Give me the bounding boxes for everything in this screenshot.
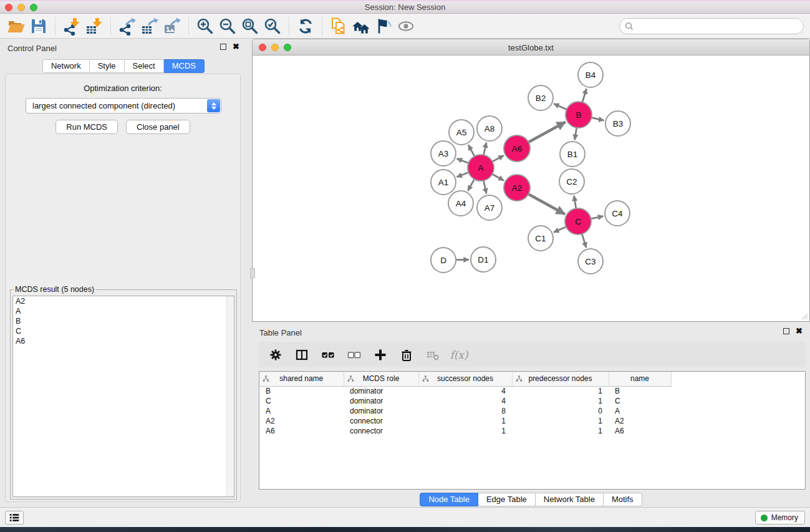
column-header-predecessor-nodes[interactable]: predecessor nodes <box>512 372 609 386</box>
cell-shared-name[interactable]: A6 <box>259 426 344 436</box>
add-icon[interactable] <box>372 347 388 363</box>
column-header-shared-name[interactable]: shared name <box>259 372 344 386</box>
refresh-icon[interactable] <box>294 16 317 37</box>
search-input[interactable] <box>636 22 803 31</box>
edge-A-A8[interactable] <box>483 142 486 156</box>
eye-icon[interactable] <box>395 16 417 37</box>
cell-predecessor-nodes[interactable]: 1 <box>512 396 609 406</box>
tab-style[interactable]: Style <box>90 59 125 73</box>
function-builder-icon[interactable]: f(x) <box>451 347 467 363</box>
export-network-icon[interactable] <box>116 16 138 37</box>
result-list-scrollbar[interactable] <box>226 296 234 496</box>
result-list-item[interactable]: A6 <box>13 336 234 346</box>
edge-A-A2[interactable] <box>491 173 504 180</box>
result-list-item[interactable]: A <box>13 306 234 316</box>
select-all-icon[interactable] <box>320 347 336 363</box>
graphics-details-icon[interactable] <box>372 16 395 37</box>
export-table-icon[interactable] <box>138 16 161 37</box>
edge-B-B4[interactable] <box>582 89 586 104</box>
cell-shared-name[interactable]: B <box>259 386 344 396</box>
duplicate-network-icon[interactable] <box>327 16 350 37</box>
tab-network[interactable]: Network <box>42 59 90 73</box>
show-panels-button[interactable] <box>5 511 24 525</box>
cell-name[interactable]: C <box>609 396 671 406</box>
gear-icon[interactable] <box>268 347 284 363</box>
network-graph[interactable]: A5A8A3AA1A4A7A6A2BB2B4B3B1C2CC4C1C3DD1 <box>253 56 809 321</box>
zoom-fit-icon[interactable] <box>239 16 261 37</box>
table-tab-motifs[interactable]: Motifs <box>604 493 642 506</box>
cell-predecessor-nodes[interactable]: 1 <box>512 416 609 426</box>
close-panel-button[interactable]: Close panel <box>126 120 190 134</box>
edge-A2-C[interactable] <box>528 193 565 214</box>
result-list-item[interactable]: B <box>13 316 234 326</box>
open-icon[interactable] <box>5 16 27 37</box>
import-network-icon[interactable] <box>60 16 83 37</box>
cell-name[interactable]: A6 <box>609 426 671 436</box>
network-canvas[interactable]: A5A8A3AA1A4A7A6A2BB2B4B3B1C2CC4C1C3DD1 <box>252 56 810 322</box>
cell-MCDS-role[interactable]: connector <box>344 416 418 426</box>
tab-select[interactable]: Select <box>125 59 164 73</box>
tab-mcds[interactable]: MCDS <box>164 59 205 73</box>
edge-A-A3[interactable] <box>456 158 470 163</box>
cell-shared-name[interactable]: C <box>259 396 344 406</box>
table-row[interactable]: Bdominator41B <box>259 386 806 396</box>
cell-MCDS-role[interactable]: dominator <box>344 396 418 406</box>
cell-successor-nodes[interactable]: 4 <box>418 386 512 396</box>
column-header-MCDS-role[interactable]: MCDS role <box>344 372 418 386</box>
import-table-icon[interactable] <box>83 16 105 37</box>
delete-table-icon[interactable] <box>425 347 441 363</box>
cell-predecessor-nodes[interactable]: 1 <box>512 386 609 396</box>
edge-C-C2[interactable] <box>574 196 577 210</box>
run-mcds-button[interactable]: Run MCDS <box>55 120 118 134</box>
table-tab-node-table[interactable]: Node Table <box>420 493 478 506</box>
mcds-result-list[interactable]: A2ABCA6 <box>12 296 234 497</box>
trash-icon[interactable] <box>398 347 415 363</box>
cell-successor-nodes[interactable]: 8 <box>418 406 512 416</box>
cell-successor-nodes[interactable]: 1 <box>418 426 512 436</box>
float-panel-icon[interactable] <box>220 44 226 50</box>
edge-A-A7[interactable] <box>483 180 486 194</box>
resize-grip-icon[interactable] <box>799 311 808 320</box>
cell-MCDS-role[interactable]: dominator <box>344 406 418 416</box>
zoom-out-icon[interactable] <box>216 16 239 37</box>
float-table-panel-icon[interactable] <box>783 328 789 334</box>
table-row[interactable]: A6connector11A6 <box>259 426 806 436</box>
cell-name[interactable]: B <box>609 386 671 396</box>
cell-MCDS-role[interactable]: dominator <box>344 386 418 396</box>
edge-B-B3[interactable] <box>591 117 604 120</box>
edge-B-B2[interactable] <box>554 104 568 110</box>
memory-button[interactable]: Memory <box>755 511 805 525</box>
cell-MCDS-role[interactable]: connector <box>344 426 418 436</box>
zoom-selected-icon[interactable] <box>261 16 284 37</box>
table-tab-network-table[interactable]: Network Table <box>536 493 604 506</box>
close-table-panel-icon[interactable]: ✖ <box>796 328 803 334</box>
edge-B-B1[interactable] <box>575 127 577 140</box>
table-row[interactable]: Adominator80A <box>259 406 806 416</box>
cell-name[interactable]: A <box>609 406 671 416</box>
home-icon[interactable] <box>350 16 372 37</box>
edge-A-A5[interactable] <box>468 145 475 157</box>
cell-successor-nodes[interactable]: 4 <box>418 396 512 406</box>
result-list-item[interactable]: C <box>13 326 234 336</box>
column-header-name[interactable]: name <box>609 372 671 386</box>
edge-A-A4[interactable] <box>468 178 475 191</box>
search-box[interactable] <box>619 18 804 34</box>
edge-A-A1[interactable] <box>456 172 470 177</box>
edge-A-A6[interactable] <box>491 155 504 162</box>
cell-predecessor-nodes[interactable]: 1 <box>512 426 609 436</box>
node-table-grid[interactable]: shared nameMCDS rolesuccessor nodesprede… <box>259 372 806 436</box>
result-list-item[interactable]: A2 <box>13 296 234 306</box>
close-panel-icon[interactable]: ✖ <box>233 44 239 50</box>
save-icon[interactable] <box>27 16 50 37</box>
cell-predecessor-nodes[interactable]: 0 <box>512 406 609 416</box>
edge-C-C4[interactable] <box>590 216 604 220</box>
table-row[interactable]: Cdominator41C <box>259 396 806 406</box>
network-window-titlebar[interactable]: testGlobe.txt <box>252 39 810 56</box>
table-row[interactable]: A2connector11A2 <box>259 416 806 426</box>
table-tab-edge-table[interactable]: Edge Table <box>478 493 536 506</box>
edge-C-C3[interactable] <box>582 233 586 248</box>
cell-shared-name[interactable]: A <box>259 406 344 416</box>
cell-successor-nodes[interactable]: 1 <box>418 416 512 426</box>
cell-name[interactable]: A2 <box>609 416 671 426</box>
unselect-all-icon[interactable] <box>346 347 362 363</box>
